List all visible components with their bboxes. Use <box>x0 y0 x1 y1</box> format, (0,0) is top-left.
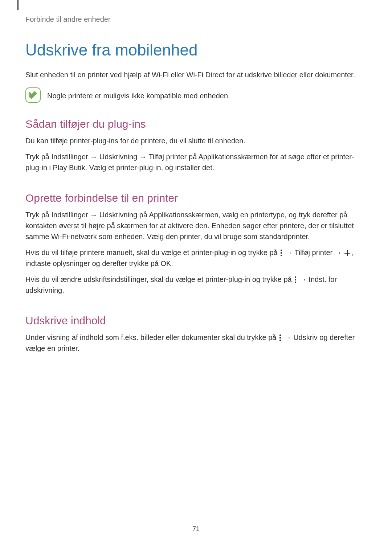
intro-text: Slut enheden til en printer ved hjælp af… <box>25 69 367 80</box>
text-fragment: → <box>297 275 309 283</box>
section1-p1: Du kan tilføje printer-plug-ins for de p… <box>25 135 367 146</box>
text-fragment: → <box>332 249 344 257</box>
more-options-icon <box>279 335 281 342</box>
page-number: 71 <box>0 525 392 533</box>
text-fragment: Hvis du vil ændre udskriftsindstillinger… <box>25 275 294 283</box>
text-fragment: → <box>88 153 99 161</box>
note-callout: Nogle printere er muligvis ikke kompatib… <box>25 87 367 103</box>
section3-p1: Under visning af indhold som f.eks. bill… <box>25 332 367 354</box>
text-fragment: . <box>62 286 64 294</box>
text-fragment: Tryk på <box>25 211 52 219</box>
section2-p3: Hvis du vil ændre udskriftsindstillinger… <box>25 274 367 296</box>
ui-term-play-store: Play Butik <box>53 164 85 172</box>
plus-icon <box>344 250 350 256</box>
breadcrumb: Forbinde til andre enheder <box>25 15 367 24</box>
text-fragment: . Vælg et printer-plug-in, og installer … <box>85 164 215 172</box>
ui-term-print: Udskriv <box>293 333 318 341</box>
ui-term-printing: Udskrivning <box>99 153 137 161</box>
tab-marker <box>17 0 19 10</box>
text-fragment: → <box>137 153 148 161</box>
text-fragment: → <box>283 249 294 257</box>
section-heading-connect: Oprette forbindelse til en printer <box>25 192 367 204</box>
section2-p2: Hvis du vil tilføje printere manuelt, sk… <box>25 247 367 269</box>
section-heading-print-content: Udskrive indhold <box>25 315 367 327</box>
ui-term-settings: Indstillinger <box>52 211 88 219</box>
page-title: Udskrive fra mobilenhed <box>25 41 367 59</box>
text-fragment: Tryk på <box>25 153 52 161</box>
note-icon <box>25 87 41 103</box>
text-fragment: Hvis du vil tilføje printere manuelt, sk… <box>25 249 279 257</box>
ui-term-add-printer: Tilføj printer <box>148 153 187 161</box>
more-options-icon <box>294 276 297 284</box>
page-content: Forbinde til andre enheder Udskrive fra … <box>0 0 392 354</box>
text-fragment: . <box>171 259 173 267</box>
section2-p1: Tryk på Indstillinger → Udskrivning på A… <box>25 209 367 242</box>
text-fragment: Under visning af indhold som f.eks. bill… <box>25 333 278 341</box>
text-fragment: → <box>88 211 99 219</box>
ui-term-add-printer: Tilføj printer <box>294 249 332 257</box>
ui-term-ok: OK <box>160 259 171 267</box>
ui-term-settings: Indstillinger <box>52 153 88 161</box>
more-options-icon <box>280 250 282 257</box>
section-heading-plugins: Sådan tilføjer du plug-ins <box>25 118 367 130</box>
ui-term-printing: Udskrivning <box>99 211 137 219</box>
section1-p2: Tryk på Indstillinger → Udskrivning → Ti… <box>25 151 367 173</box>
text-fragment: → <box>282 333 293 341</box>
note-text: Nogle printere er muligvis ikke kompatib… <box>47 87 230 101</box>
